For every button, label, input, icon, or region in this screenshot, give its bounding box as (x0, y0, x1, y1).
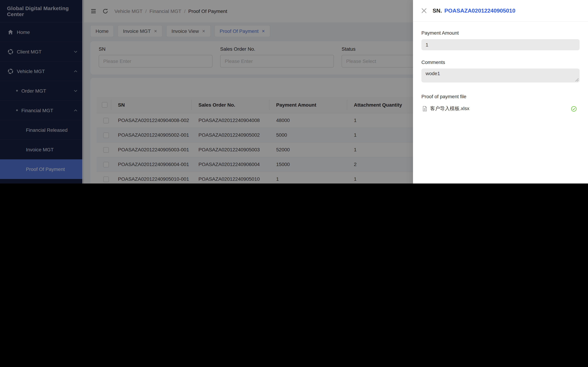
drawer-body: Payment Amount 1 Comments wode1 Proof of… (413, 22, 588, 122)
drawer-mask[interactable] (0, 0, 413, 184)
check-circle-icon (571, 106, 577, 112)
drawer-title-prefix: SN. (432, 8, 442, 13)
file-row[interactable]: 客户导入模板.xlsx (421, 104, 579, 113)
comments-label: Comments (421, 59, 579, 65)
drawer-title: SN.POASAZA02012240905010 (432, 8, 515, 14)
detail-drawer: SN.POASAZA02012240905010 Payment Amount … (413, 0, 588, 184)
close-icon[interactable] (421, 8, 427, 13)
payment-amount-field[interactable]: 1 (421, 39, 579, 50)
comments-field[interactable]: wode1 (421, 68, 579, 83)
file-icon (422, 106, 427, 111)
payment-amount-label: Payment Amount (421, 30, 579, 36)
comments-value: wode1 (426, 71, 440, 76)
drawer-header: SN.POASAZA02012240905010 (413, 0, 588, 22)
section-gap (421, 83, 579, 94)
section-gap (421, 50, 579, 59)
resize-handle-icon[interactable] (575, 78, 579, 82)
file-section-label: Proof of payment file (421, 94, 579, 99)
file-name: 客户导入模板.xlsx (430, 106, 571, 112)
app-root: Global Digital Marketing Center HomeClie… (0, 0, 588, 184)
drawer-title-sn: POASAZA02012240905010 (444, 8, 515, 13)
